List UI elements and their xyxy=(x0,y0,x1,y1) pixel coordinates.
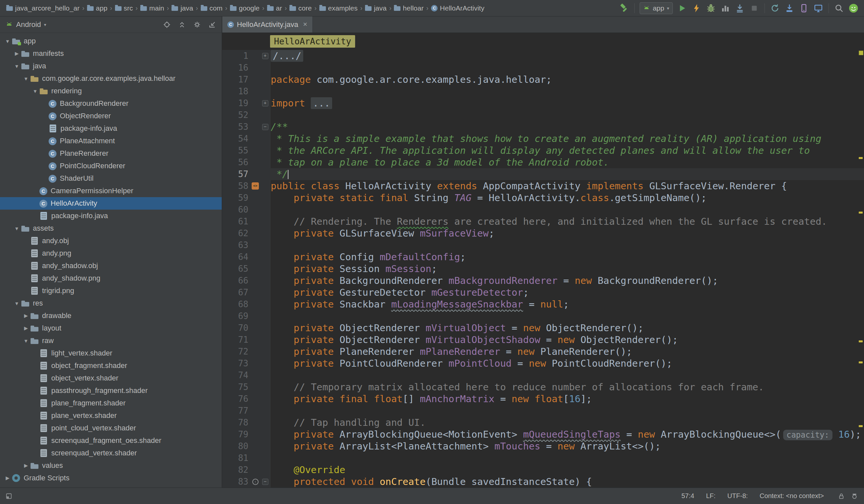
tree-item[interactable]: assets xyxy=(0,222,222,235)
attach-debugger-button[interactable] xyxy=(733,2,746,15)
locate-file-button[interactable] xyxy=(162,20,172,29)
tree-item[interactable]: drawable xyxy=(0,310,222,322)
file-status-indicator[interactable] xyxy=(859,51,863,55)
close-tab-icon[interactable] xyxy=(303,21,308,28)
tree-item[interactable]: Gradle Scripts xyxy=(0,472,222,484)
tree-item[interactable]: HelloArActivity xyxy=(0,197,222,209)
tree-item[interactable]: BackgroundRenderer xyxy=(0,97,222,110)
warning-stripe-mark[interactable] xyxy=(859,212,863,214)
fold-minus-icon[interactable] xyxy=(260,124,270,130)
panel-settings-button[interactable] xyxy=(192,20,202,29)
tree-item[interactable]: andy.png xyxy=(0,247,222,260)
tree-item[interactable]: andy_shadow.png xyxy=(0,272,222,285)
fold-plus-icon[interactable] xyxy=(260,53,270,59)
warning-stripe-mark[interactable] xyxy=(859,157,863,159)
warning-stripe-mark[interactable] xyxy=(859,425,863,427)
tree-item[interactable]: rendering xyxy=(0,85,222,97)
tree-item[interactable]: manifests xyxy=(0,47,222,60)
breadcrumb-class-chip[interactable]: HelloArActivity xyxy=(270,35,355,48)
tree-item[interactable]: andy.obj xyxy=(0,235,222,247)
android-monitor-button[interactable] xyxy=(812,2,825,15)
hide-panel-button[interactable] xyxy=(207,20,217,29)
tool-window-title[interactable]: Android xyxy=(16,20,41,29)
breadcrumb-item[interactable]: google xyxy=(228,4,261,13)
debug-button[interactable] xyxy=(704,2,718,15)
breadcrumb-item[interactable]: examples xyxy=(318,4,359,13)
collapse-arrow-icon[interactable] xyxy=(12,63,21,69)
tree-item[interactable]: passthrough_fragment.shader xyxy=(0,384,222,397)
expand-arrow-icon[interactable] xyxy=(22,325,30,331)
warning-stripe-mark[interactable] xyxy=(859,361,863,363)
run-button[interactable] xyxy=(675,2,688,15)
build-button[interactable] xyxy=(617,2,631,15)
expand-arrow-icon[interactable] xyxy=(3,475,12,481)
tree-item[interactable]: layout xyxy=(0,322,222,335)
collapse-arrow-icon[interactable] xyxy=(22,338,30,344)
tree-item[interactable]: java xyxy=(0,60,222,72)
tree-item[interactable]: plane_fragment.shader xyxy=(0,397,222,409)
assistant-button[interactable] xyxy=(847,2,860,15)
tree-item[interactable]: package-info.java xyxy=(0,122,222,135)
sync-project-button[interactable] xyxy=(768,2,781,15)
tree-item[interactable]: PointCloudRenderer xyxy=(0,160,222,172)
collapse-arrow-icon[interactable] xyxy=(12,301,21,306)
fold-plus-icon[interactable] xyxy=(260,100,270,106)
breadcrumb-item[interactable]: core xyxy=(288,4,313,13)
run-configuration-select[interactable]: app xyxy=(640,2,673,14)
tree-item[interactable]: app xyxy=(0,35,222,47)
tree-item[interactable]: andy_shadow.obj xyxy=(0,260,222,272)
tree-item[interactable]: screenquad_fragment_oes.shader xyxy=(0,434,222,447)
breadcrumb-item[interactable]: ar xyxy=(265,4,284,13)
fold-minus-icon[interactable] xyxy=(260,479,270,485)
warning-stripe-mark[interactable] xyxy=(859,340,863,343)
tree-item[interactable]: point_cloud_vertex.shader xyxy=(0,422,222,434)
file-encoding-widget[interactable]: UTF-8: xyxy=(727,492,748,500)
breadcrumb-item[interactable]: java xyxy=(363,4,388,13)
tree-item[interactable]: screenquad_vertex.shader xyxy=(0,447,222,459)
tree-item[interactable]: package-info.java xyxy=(0,209,222,222)
code-editor[interactable]: 1/.../1617package com.google.ar.core.exa… xyxy=(222,50,864,488)
tree-item[interactable]: ObjectRenderer xyxy=(0,110,222,122)
line-separator-widget[interactable]: LF: xyxy=(706,492,716,500)
tree-item[interactable]: PlaneRenderer xyxy=(0,147,222,160)
breadcrumb-item[interactable]: src xyxy=(113,4,135,13)
breadcrumb-item[interactable]: helloar xyxy=(392,4,425,13)
error-stripe[interactable] xyxy=(858,50,864,488)
tree-item[interactable]: com.google.ar.core.examples.java.helloar xyxy=(0,72,222,85)
tree-item[interactable]: raw xyxy=(0,335,222,347)
collapse-arrow-icon[interactable] xyxy=(12,226,21,231)
breadcrumb-item[interactable]: main xyxy=(139,4,166,13)
tree-item[interactable]: ShaderUtil xyxy=(0,172,222,185)
overriding-method-icon[interactable] xyxy=(252,479,259,485)
breadcrumb-item[interactable]: app xyxy=(85,4,109,13)
expand-arrow-icon[interactable] xyxy=(22,313,30,319)
highlighting-level-button[interactable] xyxy=(851,492,858,500)
expand-arrow-icon[interactable] xyxy=(12,51,21,57)
write-lock-button[interactable] xyxy=(838,492,845,500)
tree-item[interactable]: light_vertex.shader xyxy=(0,347,222,359)
collapse-all-button[interactable] xyxy=(177,20,187,29)
android-component-icon[interactable] xyxy=(252,182,259,190)
search-everywhere-button[interactable] xyxy=(832,2,845,15)
tree-item[interactable]: object_vertex.shader xyxy=(0,372,222,384)
tree-item[interactable]: CameraPermissionHelper xyxy=(0,185,222,197)
tree-item[interactable]: res xyxy=(0,297,222,310)
tree-item[interactable]: PlaneAttachment xyxy=(0,135,222,147)
editor-tab[interactable]: HelloArActivity.java xyxy=(223,16,313,33)
tree-item[interactable]: values xyxy=(0,459,222,472)
project-tree[interactable]: appmanifestsjavacom.google.ar.core.examp… xyxy=(0,33,222,488)
sdk-manager-button[interactable] xyxy=(783,2,796,15)
caret-position-widget[interactable]: 57:4 xyxy=(681,492,694,500)
profiler-button[interactable] xyxy=(719,2,732,15)
collapse-arrow-icon[interactable] xyxy=(3,38,12,44)
collapse-arrow-icon[interactable] xyxy=(31,88,39,94)
collapse-arrow-icon[interactable] xyxy=(22,76,30,82)
breadcrumb-item[interactable]: HelloArActivity xyxy=(429,4,486,13)
tree-item[interactable]: plane_vertex.shader xyxy=(0,409,222,422)
breadcrumb-item[interactable]: com xyxy=(199,4,224,13)
breadcrumb-item[interactable]: java xyxy=(170,4,195,13)
tree-item[interactable]: object_fragment.shader xyxy=(0,359,222,372)
apply-changes-button[interactable] xyxy=(690,2,703,15)
expand-arrow-icon[interactable] xyxy=(22,463,30,469)
breadcrumb-item[interactable]: java_arcore_hello_ar xyxy=(4,4,81,13)
